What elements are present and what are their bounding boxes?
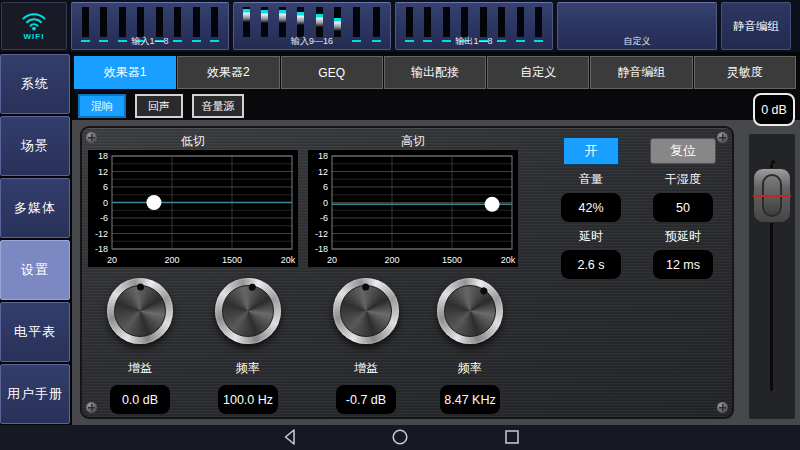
settings-content: 效果器1 效果器2 GEQ 输出配接 自定义 静音编组 灵敏度 混响 回声 音量…	[72, 54, 800, 425]
tab-effects-2[interactable]: 效果器2	[177, 56, 279, 89]
svg-text:12: 12	[318, 167, 328, 177]
svg-text:1500: 1500	[222, 255, 242, 265]
lowcut-eq-graph[interactable]: 20200150020k181260-6-12-18	[88, 150, 298, 267]
sidebar-item-multimedia[interactable]: 多媒体	[0, 178, 70, 238]
sidebar: 系统 场景 多媒体 设置 电平表 用户手册	[0, 54, 70, 425]
android-nav-bar	[0, 425, 800, 450]
mixer-app-screen: WIFI 输入1—8 输入9—16 输出1—8 自定义 静音编组 系统 场景 多…	[0, 0, 800, 450]
highcut-freq-knob-group: 频率 8.47 KHz	[424, 278, 516, 414]
sidebar-item-level-meter[interactable]: 电平表	[0, 302, 70, 362]
subtab-reverb[interactable]: 混响	[78, 94, 126, 118]
svg-text:18: 18	[98, 151, 108, 161]
svg-text:200: 200	[384, 255, 399, 265]
svg-text:6: 6	[323, 182, 328, 192]
svg-text:0: 0	[103, 198, 108, 208]
svg-text:0: 0	[323, 198, 328, 208]
gain-label: 增益	[354, 360, 378, 377]
screw-icon	[717, 402, 728, 413]
effect-tab-bar: 效果器1 效果器2 GEQ 输出配接 自定义 静音编组 灵敏度	[74, 56, 796, 89]
highcut-gain-knob[interactable]	[333, 278, 399, 344]
lowcut-freq-knob[interactable]	[215, 278, 281, 344]
svg-text:20: 20	[107, 255, 117, 265]
delay-value[interactable]: 2.6 s	[561, 250, 621, 279]
knob-indicator-dot	[479, 286, 489, 296]
freq-label: 频率	[458, 360, 482, 377]
sidebar-item-user-manual[interactable]: 用户手册	[0, 364, 70, 424]
mute-group-button[interactable]: 静音编组	[721, 2, 791, 50]
pre-delay-label: 预延时	[665, 228, 701, 245]
wifi-label: WIFI	[24, 32, 45, 41]
fader-red-mark	[753, 195, 791, 197]
lowcut-gain-value[interactable]: 0.0 dB	[110, 385, 170, 414]
tab-geq[interactable]: GEQ	[281, 56, 383, 89]
sidebar-item-system[interactable]: 系统	[0, 54, 70, 114]
sidebar-item-scene[interactable]: 场景	[0, 116, 70, 176]
master-level-display[interactable]: 0 dB	[753, 93, 795, 126]
meter-panel-label: 输入9—16	[234, 35, 390, 48]
highcut-graph-block: 高切 20200150020k181260-6-12-18	[308, 132, 518, 267]
svg-text:200: 200	[164, 255, 179, 265]
tab-mute-group[interactable]: 静音编组	[590, 56, 692, 89]
highcut-gain-value[interactable]: -0.7 dB	[336, 385, 396, 414]
meter-panel-label: 输入1—8	[72, 35, 228, 48]
subtab-echo[interactable]: 回声	[135, 94, 183, 118]
meter-panel-inputs-9-16[interactable]: 输入9—16	[233, 2, 391, 50]
dry-wet-label: 干湿度	[665, 171, 701, 188]
svg-text:20k: 20k	[281, 255, 296, 265]
knob-indicator-dot	[248, 283, 256, 291]
highcut-freq-value[interactable]: 8.47 KHz	[440, 385, 500, 414]
reset-button[interactable]: 复位	[650, 138, 716, 164]
freq-label: 频率	[236, 360, 260, 377]
lowcut-gain-knob[interactable]	[107, 278, 173, 344]
svg-text:6: 6	[103, 182, 108, 192]
master-fader-thumb[interactable]	[753, 168, 791, 223]
svg-text:1500: 1500	[442, 255, 462, 265]
lowcut-freq-knob-group: 频率 100.0 Hz	[202, 278, 294, 414]
home-icon[interactable]	[390, 427, 410, 447]
highcut-freq-knob[interactable]	[437, 278, 503, 344]
reverb-controls: 开 复位 音量 干湿度 42% 50 延时 预延时 2.6 s 12 ms	[547, 136, 729, 280]
highcut-title: 高切	[308, 132, 518, 150]
meter-panel-outputs-1-8[interactable]: 输出1—8	[395, 2, 553, 50]
sidebar-item-settings[interactable]: 设置	[0, 240, 70, 300]
svg-text:-12: -12	[95, 229, 108, 239]
meter-panel-inputs-1-8[interactable]: 输入1—8	[71, 2, 229, 50]
tab-sensitivity[interactable]: 灵敏度	[694, 56, 796, 89]
highcut-gain-knob-group: 增益 -0.7 dB	[320, 278, 412, 414]
svg-text:-6: -6	[100, 213, 108, 223]
power-on-button[interactable]: 开	[563, 137, 619, 165]
tab-effects-1[interactable]: 效果器1	[74, 56, 176, 89]
svg-text:12: 12	[98, 167, 108, 177]
wifi-icon	[21, 12, 47, 31]
gain-label: 增益	[128, 360, 152, 377]
recents-icon[interactable]	[502, 427, 522, 447]
svg-text:-6: -6	[320, 213, 328, 223]
knob-indicator-dot	[362, 283, 369, 290]
meter-panel-label: 自定义	[558, 35, 716, 48]
pre-delay-value[interactable]: 12 ms	[653, 250, 713, 279]
svg-text:20: 20	[327, 255, 337, 265]
svg-text:-12: -12	[315, 229, 328, 239]
tab-custom[interactable]: 自定义	[487, 56, 589, 89]
highcut-eq-graph[interactable]: 20200150020k181260-6-12-18	[308, 150, 518, 267]
svg-text:-18: -18	[315, 244, 328, 254]
volume-value[interactable]: 42%	[561, 193, 621, 222]
meter-panel-label: 输出1—8	[396, 35, 552, 48]
lowcut-title: 低切	[88, 132, 298, 150]
lowcut-graph-block: 低切 20200150020k181260-6-12-18	[88, 132, 298, 267]
volume-label: 音量	[579, 171, 603, 188]
back-icon[interactable]	[281, 427, 301, 447]
subtab-volume-source[interactable]: 音量源	[192, 94, 244, 118]
reverb-panel: 低切 20200150020k181260-6-12-18 高切 2020015…	[80, 126, 734, 419]
tab-output-patch[interactable]: 输出配接	[384, 56, 486, 89]
lowcut-freq-value[interactable]: 100.0 Hz	[218, 385, 278, 414]
svg-text:18: 18	[318, 151, 328, 161]
effect-subtab-bar: 混响 回声 音量源	[78, 94, 800, 118]
master-fader[interactable]	[749, 134, 795, 419]
lowcut-gain-knob-group: 增益 0.0 dB	[94, 278, 186, 414]
wifi-indicator[interactable]: WIFI	[1, 2, 67, 50]
top-status-bar: WIFI 输入1—8 输入9—16 输出1—8 自定义 静音编组	[0, 0, 800, 52]
meter-panel-custom[interactable]: 自定义	[557, 2, 717, 50]
fader-dot	[771, 160, 775, 164]
dry-wet-value[interactable]: 50	[653, 193, 713, 222]
